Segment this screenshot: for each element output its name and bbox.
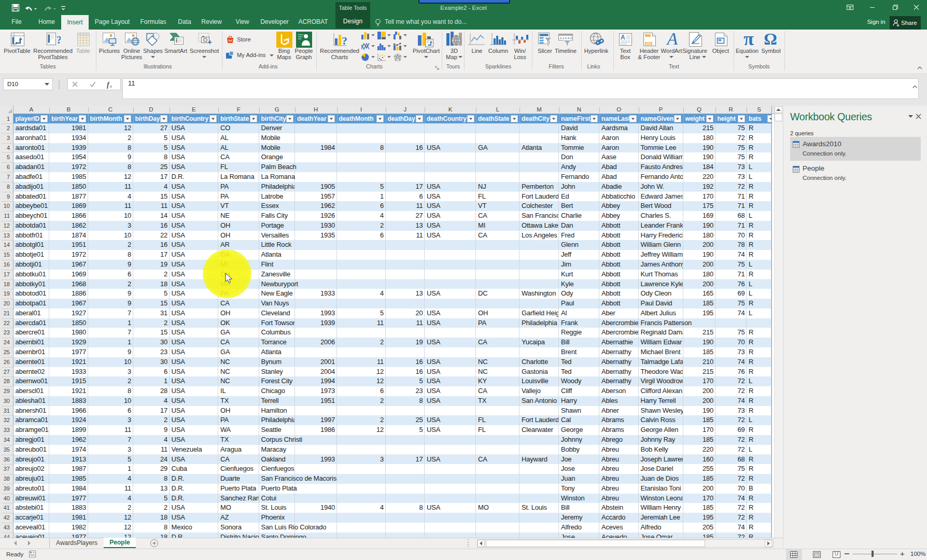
- svg-text:A: A: [621, 34, 625, 41]
- svg-text:x: x: [109, 83, 112, 89]
- svg-text:?: ?: [342, 34, 347, 47]
- svg-text:?: ?: [57, 34, 61, 46]
